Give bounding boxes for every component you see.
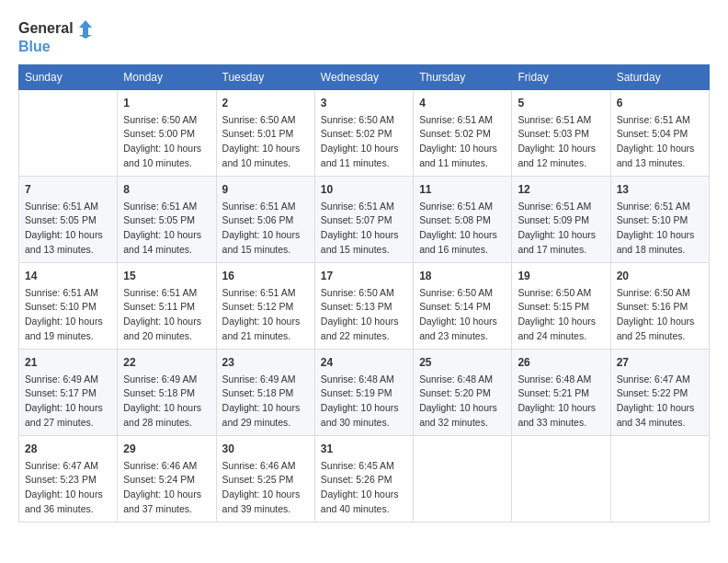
day-number: 13 [617, 181, 703, 198]
day-number: 27 [617, 354, 703, 371]
daylight-text: Daylight: 10 hours and 25 minutes. [617, 315, 703, 344]
sunset-text: Sunset: 5:26 PM [321, 473, 407, 488]
daylight-text: Daylight: 10 hours and 22 minutes. [321, 315, 407, 344]
day-number: 18 [419, 268, 506, 284]
calendar-cell: 28Sunrise: 6:47 AMSunset: 5:23 PMDayligh… [19, 435, 118, 522]
calendar-cell [610, 435, 709, 522]
weekday-header: Tuesday [216, 64, 314, 89]
weekday-header: Wednesday [314, 64, 413, 89]
day-number: 29 [123, 441, 210, 457]
day-number: 9 [222, 181, 309, 198]
sunrise-text: Sunrise: 6:48 AM [419, 373, 506, 387]
daylight-text: Daylight: 10 hours and 15 minutes. [321, 228, 407, 258]
daylight-text: Daylight: 10 hours and 33 minutes. [518, 401, 604, 431]
calendar-header: SundayMondayTuesdayWednesdayThursdayFrid… [19, 64, 710, 89]
sunrise-text: Sunrise: 6:51 AM [419, 113, 506, 128]
sunrise-text: Sunrise: 6:50 AM [123, 113, 210, 128]
calendar-cell: 19Sunrise: 6:50 AMSunset: 5:15 PMDayligh… [512, 262, 610, 349]
sunrise-text: Sunrise: 6:47 AM [617, 373, 703, 387]
calendar-cell: 23Sunrise: 6:49 AMSunset: 5:18 PMDayligh… [216, 349, 314, 435]
sunset-text: Sunset: 5:02 PM [321, 127, 407, 142]
sunrise-text: Sunrise: 6:50 AM [617, 286, 703, 301]
day-number: 7 [25, 181, 111, 198]
sunrise-text: Sunrise: 6:51 AM [518, 200, 604, 214]
calendar-cell: 3Sunrise: 6:50 AMSunset: 5:02 PMDaylight… [314, 89, 413, 176]
sunrise-text: Sunrise: 6:51 AM [617, 113, 703, 128]
calendar-cell [19, 89, 118, 176]
calendar-cell: 4Sunrise: 6:51 AMSunset: 5:02 PMDaylight… [414, 89, 512, 176]
sunrise-text: Sunrise: 6:51 AM [321, 200, 407, 214]
sunrise-text: Sunrise: 6:48 AM [321, 373, 407, 387]
daylight-text: Daylight: 10 hours and 12 minutes. [518, 142, 604, 171]
calendar-cell: 7Sunrise: 6:51 AMSunset: 5:05 PMDaylight… [19, 176, 118, 262]
day-number: 2 [222, 95, 309, 111]
day-number: 20 [617, 268, 703, 284]
page-header: General Blue [18, 18, 710, 55]
weekday-header: Saturday [610, 64, 709, 89]
calendar-cell [512, 435, 610, 522]
sunset-text: Sunset: 5:20 PM [419, 386, 506, 401]
sunrise-text: Sunrise: 6:50 AM [321, 286, 407, 301]
calendar-cell: 10Sunrise: 6:51 AMSunset: 5:07 PMDayligh… [314, 176, 413, 262]
sunrise-text: Sunrise: 6:51 AM [222, 286, 309, 301]
sunset-text: Sunset: 5:12 PM [222, 300, 309, 315]
calendar-cell: 8Sunrise: 6:51 AMSunset: 5:05 PMDaylight… [118, 176, 216, 262]
sunset-text: Sunset: 5:13 PM [321, 300, 407, 315]
day-number: 16 [222, 268, 309, 284]
logo-text: General [18, 20, 74, 37]
sunrise-text: Sunrise: 6:51 AM [25, 200, 111, 214]
daylight-text: Daylight: 10 hours and 30 minutes. [321, 401, 407, 431]
calendar-cell: 18Sunrise: 6:50 AMSunset: 5:14 PMDayligh… [414, 262, 512, 349]
daylight-text: Daylight: 10 hours and 20 minutes. [123, 315, 210, 344]
day-number: 24 [321, 354, 407, 371]
sunrise-text: Sunrise: 6:51 AM [123, 286, 210, 301]
day-number: 25 [419, 354, 506, 371]
daylight-text: Daylight: 10 hours and 21 minutes. [222, 315, 309, 344]
sunrise-text: Sunrise: 6:49 AM [222, 373, 309, 387]
day-number: 21 [25, 354, 111, 371]
sunrise-text: Sunrise: 6:50 AM [222, 113, 309, 128]
sunset-text: Sunset: 5:18 PM [123, 386, 210, 401]
calendar-table: SundayMondayTuesdayWednesdayThursdayFrid… [18, 64, 710, 523]
sunset-text: Sunset: 5:03 PM [518, 127, 604, 142]
daylight-text: Daylight: 10 hours and 10 minutes. [123, 142, 210, 171]
calendar-cell: 29Sunrise: 6:46 AMSunset: 5:24 PMDayligh… [118, 435, 216, 522]
sunset-text: Sunset: 5:18 PM [222, 386, 309, 401]
sunset-text: Sunset: 5:25 PM [222, 473, 309, 488]
logo: General Blue [18, 18, 96, 55]
daylight-text: Daylight: 10 hours and 19 minutes. [25, 315, 111, 344]
sunrise-text: Sunrise: 6:47 AM [25, 459, 111, 474]
day-number: 31 [321, 441, 407, 457]
sunrise-text: Sunrise: 6:45 AM [321, 459, 407, 474]
sunset-text: Sunset: 5:16 PM [617, 300, 703, 315]
day-number: 10 [321, 181, 407, 198]
sunset-text: Sunset: 5:23 PM [25, 473, 111, 488]
logo-bird-icon [75, 18, 96, 39]
calendar-cell: 12Sunrise: 6:51 AMSunset: 5:09 PMDayligh… [512, 176, 610, 262]
logo-blue: Blue [18, 39, 51, 55]
day-number: 22 [123, 354, 210, 371]
day-number: 12 [518, 181, 604, 198]
sunset-text: Sunset: 5:05 PM [123, 213, 210, 228]
sunset-text: Sunset: 5:19 PM [321, 386, 407, 401]
daylight-text: Daylight: 10 hours and 36 minutes. [25, 488, 111, 517]
calendar-cell: 5Sunrise: 6:51 AMSunset: 5:03 PMDaylight… [512, 89, 610, 176]
sunset-text: Sunset: 5:08 PM [419, 213, 506, 228]
sunrise-text: Sunrise: 6:50 AM [321, 113, 407, 128]
calendar-cell: 16Sunrise: 6:51 AMSunset: 5:12 PMDayligh… [216, 262, 314, 349]
sunrise-text: Sunrise: 6:51 AM [25, 286, 111, 301]
daylight-text: Daylight: 10 hours and 24 minutes. [518, 315, 604, 344]
daylight-text: Daylight: 10 hours and 18 minutes. [617, 228, 703, 258]
logo-container: General Blue [18, 18, 96, 55]
calendar-cell: 24Sunrise: 6:48 AMSunset: 5:19 PMDayligh… [314, 349, 413, 435]
day-number: 3 [321, 95, 407, 111]
sunset-text: Sunset: 5:02 PM [419, 127, 506, 142]
sunset-text: Sunset: 5:14 PM [419, 300, 506, 315]
sunset-text: Sunset: 5:21 PM [518, 386, 604, 401]
weekday-header: Monday [118, 64, 216, 89]
day-number: 15 [123, 268, 210, 284]
daylight-text: Daylight: 10 hours and 14 minutes. [123, 228, 210, 258]
sunset-text: Sunset: 5:06 PM [222, 213, 309, 228]
calendar-cell: 9Sunrise: 6:51 AMSunset: 5:06 PMDaylight… [216, 176, 314, 262]
sunrise-text: Sunrise: 6:48 AM [518, 373, 604, 387]
